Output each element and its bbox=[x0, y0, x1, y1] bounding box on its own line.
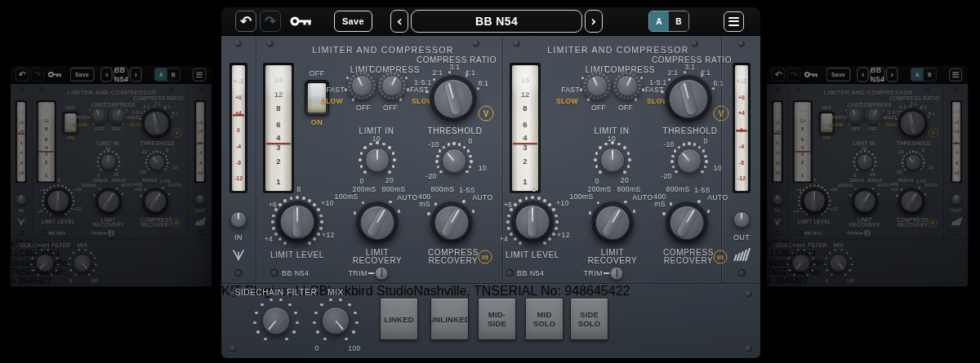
output-level-knob[interactable] bbox=[195, 194, 206, 205]
input-level-knob[interactable] bbox=[16, 194, 27, 205]
chevron-left-icon: ‹ bbox=[397, 13, 403, 29]
compress-mode-knob[interactable] bbox=[378, 72, 406, 100]
preset-name-box[interactable]: BB N54 bbox=[114, 68, 128, 82]
unlinked-button[interactable]: UNLINKED bbox=[430, 298, 469, 340]
limit-recovery-knob[interactable] bbox=[356, 201, 399, 244]
trim-slider[interactable] bbox=[610, 267, 624, 281]
license-key-button[interactable] bbox=[48, 71, 63, 78]
menu-button[interactable] bbox=[193, 68, 206, 81]
limit-recovery-knob[interactable] bbox=[591, 201, 634, 244]
sidechain-filter-knob[interactable] bbox=[262, 307, 290, 334]
ab-compare-switch: A B bbox=[154, 68, 180, 81]
trim-slider[interactable] bbox=[863, 229, 872, 238]
mix-knob[interactable] bbox=[322, 307, 350, 334]
linked-button[interactable]: LINKED bbox=[380, 298, 418, 340]
chevron-right-icon: › bbox=[590, 13, 596, 29]
license-key-button[interactable] bbox=[804, 71, 819, 78]
mid-side-button[interactable]: MID-SIDE bbox=[478, 298, 516, 340]
mid-solo-button[interactable]: MID SOLO bbox=[525, 298, 564, 340]
limit-recovery-title: LIMIT RECOVERY bbox=[847, 218, 883, 228]
ab-a-button[interactable]: A bbox=[155, 69, 167, 81]
ab-a-button[interactable]: A bbox=[911, 69, 924, 81]
limit-mode-knob[interactable] bbox=[583, 72, 611, 100]
input-level-knob[interactable] bbox=[773, 194, 783, 205]
compress-recovery-knob[interactable] bbox=[898, 188, 925, 215]
preset-next-button[interactable]: › bbox=[585, 10, 603, 33]
ab-b-button[interactable]: B bbox=[167, 69, 180, 81]
trim-slider[interactable] bbox=[107, 229, 116, 238]
screw bbox=[745, 290, 752, 298]
limit-level-mark: +4 bbox=[500, 235, 509, 243]
trim-slider[interactable] bbox=[375, 267, 389, 281]
limit-mode-knob[interactable] bbox=[348, 72, 376, 100]
redo-button[interactable]: ↷ bbox=[31, 68, 44, 81]
save-button[interactable]: Save bbox=[334, 11, 372, 32]
menu-button[interactable] bbox=[949, 68, 962, 81]
redo-button[interactable]: ↷ bbox=[260, 11, 281, 32]
ab-a-button[interactable]: A bbox=[649, 11, 669, 31]
limit-recovery-knob[interactable] bbox=[852, 188, 879, 215]
compress-ratio-knob[interactable] bbox=[430, 75, 477, 122]
mix-knob[interactable] bbox=[74, 255, 91, 272]
preset-name-box[interactable]: BB N54 bbox=[870, 68, 884, 82]
mix-knob[interactable] bbox=[830, 255, 847, 272]
output-level-knob[interactable] bbox=[951, 194, 962, 205]
compress-ratio-knob[interactable] bbox=[665, 75, 712, 122]
preset-next-button[interactable]: › bbox=[887, 68, 898, 82]
threshold-knob[interactable] bbox=[442, 148, 466, 173]
limit-in-mark: 20 bbox=[385, 176, 394, 184]
menu-button[interactable] bbox=[724, 11, 744, 32]
side-solo-button[interactable]: SIDE SOLO bbox=[570, 298, 608, 340]
save-button[interactable]: Save bbox=[70, 68, 95, 81]
limit-level-mark: +6 bbox=[40, 188, 46, 193]
sidechain-filter-knob[interactable] bbox=[792, 255, 809, 272]
channel-strip: 1612864321 LIMITER AND COMPRESSOR OFF ON… bbox=[788, 84, 943, 240]
preset-prev-button[interactable]: ‹ bbox=[390, 10, 408, 33]
redo-button[interactable]: ↷ bbox=[787, 68, 800, 81]
threshold-knob[interactable] bbox=[149, 155, 165, 170]
threshold-knob[interactable] bbox=[677, 148, 702, 173]
sidechain-filter-knob[interactable] bbox=[36, 255, 53, 272]
compress-recovery-knob[interactable] bbox=[142, 188, 169, 215]
limit-mode-knob[interactable] bbox=[846, 106, 863, 123]
input-led bbox=[775, 231, 780, 236]
limit-in-knob[interactable] bbox=[365, 148, 390, 172]
preset-name-box[interactable]: BB N54 bbox=[411, 10, 581, 33]
output-meter: +12+8+40-4-8-12 bbox=[733, 63, 751, 193]
limit-in-knob[interactable] bbox=[600, 148, 625, 172]
compress-mode-knob[interactable] bbox=[866, 106, 883, 123]
preset-next-button[interactable]: › bbox=[131, 68, 142, 82]
chevron-left-icon: ‹ bbox=[861, 69, 864, 80]
limit-in-knob[interactable] bbox=[101, 154, 117, 170]
undo-button[interactable]: ↶ bbox=[235, 11, 256, 32]
mix-title: MIX bbox=[327, 288, 344, 297]
preset-prev-button[interactable]: ‹ bbox=[858, 68, 869, 82]
compress-mode-knob[interactable] bbox=[109, 106, 127, 123]
preset-prev-button[interactable]: ‹ bbox=[101, 68, 113, 82]
ab-b-button[interactable]: B bbox=[924, 69, 936, 81]
ab-b-button[interactable]: B bbox=[669, 11, 688, 31]
save-button[interactable]: Save bbox=[826, 68, 851, 81]
limit-mode-knob[interactable] bbox=[90, 106, 107, 123]
compress-mode-knob[interactable] bbox=[613, 72, 641, 100]
sidechain-filter-title: SIDECHAIN FILTER bbox=[19, 242, 70, 248]
input-level-knob[interactable] bbox=[230, 211, 247, 228]
license-key-button[interactable] bbox=[290, 15, 313, 27]
undo-button[interactable]: ↶ bbox=[772, 68, 785, 81]
threshold-knob[interactable] bbox=[906, 155, 921, 170]
limit-level-knob[interactable] bbox=[511, 201, 554, 243]
limit-level-knob[interactable] bbox=[801, 188, 828, 215]
output-level-knob[interactable] bbox=[733, 211, 750, 228]
undo-button[interactable]: ↶ bbox=[16, 68, 29, 81]
limit-level-title: LIMIT LEVEL bbox=[506, 250, 559, 259]
limit-recovery-knob[interactable] bbox=[96, 188, 122, 215]
limit-level-knob[interactable] bbox=[45, 188, 72, 215]
compress-ratio-knob[interactable] bbox=[898, 108, 928, 139]
ratio-mark: 6:1 bbox=[929, 111, 935, 116]
compress-ratio-knob[interactable] bbox=[141, 108, 172, 139]
limit-in-knob[interactable] bbox=[858, 154, 873, 170]
limit-level-knob[interactable] bbox=[276, 201, 318, 243]
channel-controls: LIMITER AND COMPRESSOR OFF ON LIMIT FAST… bbox=[256, 36, 502, 283]
compress-recovery-knob[interactable] bbox=[666, 201, 708, 244]
compress-recovery-knob[interactable] bbox=[430, 201, 473, 244]
